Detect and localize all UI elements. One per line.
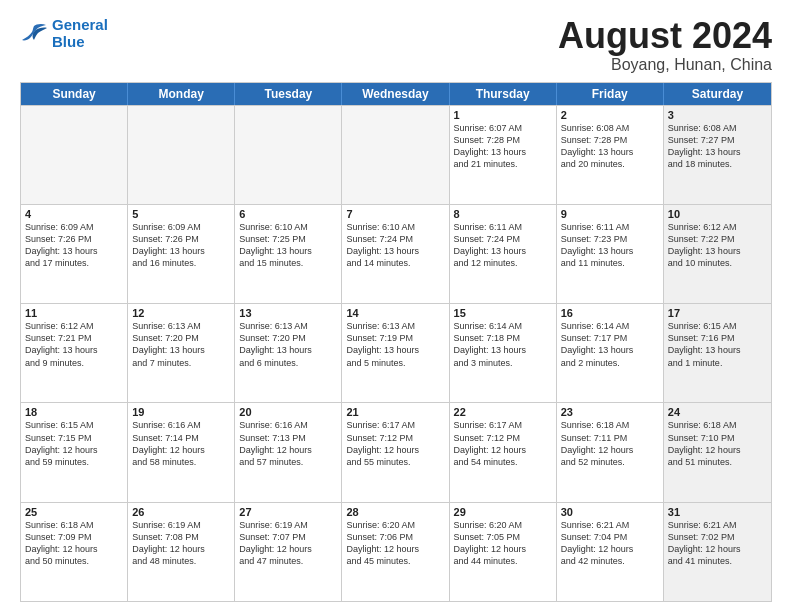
cell-info: Sunrise: 6:09 AM Sunset: 7:26 PM Dayligh…: [25, 221, 123, 270]
day-number: 5: [132, 208, 230, 220]
cal-cell: 1Sunrise: 6:07 AM Sunset: 7:28 PM Daylig…: [450, 106, 557, 204]
cal-cell: 12Sunrise: 6:13 AM Sunset: 7:20 PM Dayli…: [128, 304, 235, 402]
calendar: SundayMondayTuesdayWednesdayThursdayFrid…: [20, 82, 772, 602]
cal-row: 11Sunrise: 6:12 AM Sunset: 7:21 PM Dayli…: [21, 303, 771, 402]
day-number: 22: [454, 406, 552, 418]
calendar-body: 1Sunrise: 6:07 AM Sunset: 7:28 PM Daylig…: [21, 105, 771, 601]
cell-info: Sunrise: 6:14 AM Sunset: 7:17 PM Dayligh…: [561, 320, 659, 369]
cal-cell: 21Sunrise: 6:17 AM Sunset: 7:12 PM Dayli…: [342, 403, 449, 501]
cell-info: Sunrise: 6:15 AM Sunset: 7:16 PM Dayligh…: [668, 320, 767, 369]
cal-cell: 17Sunrise: 6:15 AM Sunset: 7:16 PM Dayli…: [664, 304, 771, 402]
day-number: 14: [346, 307, 444, 319]
cal-cell: 11Sunrise: 6:12 AM Sunset: 7:21 PM Dayli…: [21, 304, 128, 402]
cal-cell: 29Sunrise: 6:20 AM Sunset: 7:05 PM Dayli…: [450, 503, 557, 601]
logo: General Blue: [20, 16, 108, 50]
cell-info: Sunrise: 6:18 AM Sunset: 7:09 PM Dayligh…: [25, 519, 123, 568]
cal-cell: 8Sunrise: 6:11 AM Sunset: 7:24 PM Daylig…: [450, 205, 557, 303]
cal-cell: 9Sunrise: 6:11 AM Sunset: 7:23 PM Daylig…: [557, 205, 664, 303]
cell-info: Sunrise: 6:13 AM Sunset: 7:20 PM Dayligh…: [239, 320, 337, 369]
day-number: 19: [132, 406, 230, 418]
cal-cell: 3Sunrise: 6:08 AM Sunset: 7:27 PM Daylig…: [664, 106, 771, 204]
cell-info: Sunrise: 6:13 AM Sunset: 7:19 PM Dayligh…: [346, 320, 444, 369]
cell-info: Sunrise: 6:08 AM Sunset: 7:28 PM Dayligh…: [561, 122, 659, 171]
cell-info: Sunrise: 6:08 AM Sunset: 7:27 PM Dayligh…: [668, 122, 767, 171]
cell-info: Sunrise: 6:09 AM Sunset: 7:26 PM Dayligh…: [132, 221, 230, 270]
cell-info: Sunrise: 6:19 AM Sunset: 7:07 PM Dayligh…: [239, 519, 337, 568]
cal-cell: 2Sunrise: 6:08 AM Sunset: 7:28 PM Daylig…: [557, 106, 664, 204]
cal-header-day: Thursday: [450, 83, 557, 105]
day-number: 27: [239, 506, 337, 518]
title-block: August 2024 Boyang, Hunan, China: [558, 16, 772, 74]
cal-header-day: Saturday: [664, 83, 771, 105]
cal-cell: [128, 106, 235, 204]
day-number: 7: [346, 208, 444, 220]
cal-cell: 4Sunrise: 6:09 AM Sunset: 7:26 PM Daylig…: [21, 205, 128, 303]
cal-row: 18Sunrise: 6:15 AM Sunset: 7:15 PM Dayli…: [21, 402, 771, 501]
cal-row: 25Sunrise: 6:18 AM Sunset: 7:09 PM Dayli…: [21, 502, 771, 601]
header: General Blue August 2024 Boyang, Hunan, …: [20, 16, 772, 74]
cal-cell: 5Sunrise: 6:09 AM Sunset: 7:26 PM Daylig…: [128, 205, 235, 303]
day-number: 3: [668, 109, 767, 121]
day-number: 15: [454, 307, 552, 319]
logo-icon: [20, 22, 48, 44]
cal-cell: 16Sunrise: 6:14 AM Sunset: 7:17 PM Dayli…: [557, 304, 664, 402]
day-number: 9: [561, 208, 659, 220]
sub-title: Boyang, Hunan, China: [558, 56, 772, 74]
cal-cell: 6Sunrise: 6:10 AM Sunset: 7:25 PM Daylig…: [235, 205, 342, 303]
cal-header-day: Friday: [557, 83, 664, 105]
cell-info: Sunrise: 6:12 AM Sunset: 7:22 PM Dayligh…: [668, 221, 767, 270]
cal-cell: 24Sunrise: 6:18 AM Sunset: 7:10 PM Dayli…: [664, 403, 771, 501]
cell-info: Sunrise: 6:17 AM Sunset: 7:12 PM Dayligh…: [346, 419, 444, 468]
cell-info: Sunrise: 6:21 AM Sunset: 7:04 PM Dayligh…: [561, 519, 659, 568]
day-number: 21: [346, 406, 444, 418]
cal-cell: 27Sunrise: 6:19 AM Sunset: 7:07 PM Dayli…: [235, 503, 342, 601]
cell-info: Sunrise: 6:07 AM Sunset: 7:28 PM Dayligh…: [454, 122, 552, 171]
day-number: 23: [561, 406, 659, 418]
day-number: 31: [668, 506, 767, 518]
day-number: 25: [25, 506, 123, 518]
cal-cell: 26Sunrise: 6:19 AM Sunset: 7:08 PM Dayli…: [128, 503, 235, 601]
day-number: 30: [561, 506, 659, 518]
cell-info: Sunrise: 6:19 AM Sunset: 7:08 PM Dayligh…: [132, 519, 230, 568]
cell-info: Sunrise: 6:10 AM Sunset: 7:25 PM Dayligh…: [239, 221, 337, 270]
cal-cell: 31Sunrise: 6:21 AM Sunset: 7:02 PM Dayli…: [664, 503, 771, 601]
cell-info: Sunrise: 6:16 AM Sunset: 7:13 PM Dayligh…: [239, 419, 337, 468]
cell-info: Sunrise: 6:20 AM Sunset: 7:06 PM Dayligh…: [346, 519, 444, 568]
cell-info: Sunrise: 6:11 AM Sunset: 7:24 PM Dayligh…: [454, 221, 552, 270]
cal-cell: 14Sunrise: 6:13 AM Sunset: 7:19 PM Dayli…: [342, 304, 449, 402]
cal-cell: 28Sunrise: 6:20 AM Sunset: 7:06 PM Dayli…: [342, 503, 449, 601]
day-number: 28: [346, 506, 444, 518]
day-number: 20: [239, 406, 337, 418]
cal-cell: 30Sunrise: 6:21 AM Sunset: 7:04 PM Dayli…: [557, 503, 664, 601]
day-number: 10: [668, 208, 767, 220]
cell-info: Sunrise: 6:14 AM Sunset: 7:18 PM Dayligh…: [454, 320, 552, 369]
day-number: 1: [454, 109, 552, 121]
cal-cell: 7Sunrise: 6:10 AM Sunset: 7:24 PM Daylig…: [342, 205, 449, 303]
main-title: August 2024: [558, 16, 772, 56]
day-number: 24: [668, 406, 767, 418]
cal-cell: [342, 106, 449, 204]
logo-text: General Blue: [52, 16, 108, 50]
cal-header-day: Wednesday: [342, 83, 449, 105]
cell-info: Sunrise: 6:10 AM Sunset: 7:24 PM Dayligh…: [346, 221, 444, 270]
cal-cell: [21, 106, 128, 204]
cal-header-day: Monday: [128, 83, 235, 105]
day-number: 13: [239, 307, 337, 319]
cell-info: Sunrise: 6:11 AM Sunset: 7:23 PM Dayligh…: [561, 221, 659, 270]
cell-info: Sunrise: 6:17 AM Sunset: 7:12 PM Dayligh…: [454, 419, 552, 468]
day-number: 26: [132, 506, 230, 518]
calendar-header: SundayMondayTuesdayWednesdayThursdayFrid…: [21, 83, 771, 105]
day-number: 29: [454, 506, 552, 518]
cell-info: Sunrise: 6:13 AM Sunset: 7:20 PM Dayligh…: [132, 320, 230, 369]
cal-cell: [235, 106, 342, 204]
cal-header-day: Sunday: [21, 83, 128, 105]
day-number: 11: [25, 307, 123, 319]
cal-row: 4Sunrise: 6:09 AM Sunset: 7:26 PM Daylig…: [21, 204, 771, 303]
day-number: 16: [561, 307, 659, 319]
cal-cell: 15Sunrise: 6:14 AM Sunset: 7:18 PM Dayli…: [450, 304, 557, 402]
day-number: 17: [668, 307, 767, 319]
day-number: 8: [454, 208, 552, 220]
cal-cell: 22Sunrise: 6:17 AM Sunset: 7:12 PM Dayli…: [450, 403, 557, 501]
cell-info: Sunrise: 6:21 AM Sunset: 7:02 PM Dayligh…: [668, 519, 767, 568]
cell-info: Sunrise: 6:16 AM Sunset: 7:14 PM Dayligh…: [132, 419, 230, 468]
